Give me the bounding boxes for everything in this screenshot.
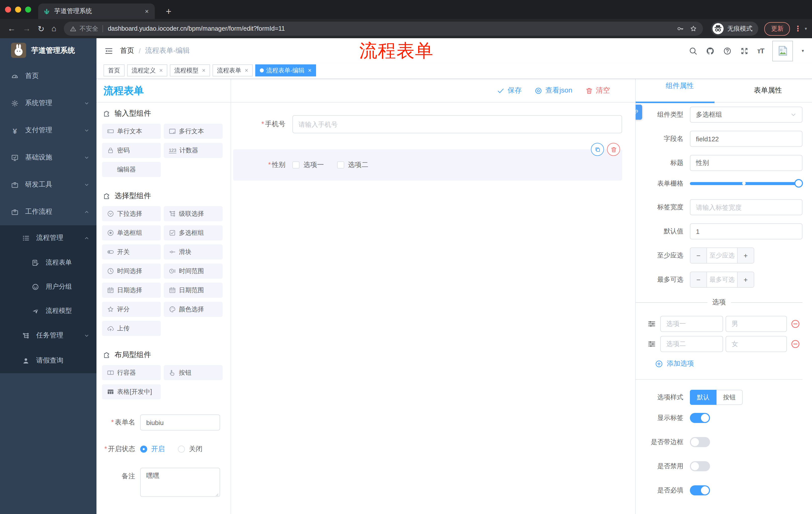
breadcrumb-home[interactable]: 首页 [120,46,134,55]
option-value-input[interactable] [726,336,787,352]
palette-item-switch[interactable]: 开关 [102,244,161,260]
add-option-button[interactable]: 添加选项 [655,359,803,368]
sidebar-item-process-form[interactable]: 流程表单 [0,250,96,275]
palette-item-time-picker[interactable]: 时间选择 [102,264,161,279]
option-value-input[interactable] [726,316,787,332]
stepper-decrease-button[interactable]: − [690,272,707,287]
option-label-input[interactable] [660,316,723,332]
forward-button[interactable]: → [19,24,34,33]
stepper-increase-button[interactable]: + [737,272,754,287]
security-label[interactable]: 不安全 [79,24,98,33]
tab-form-props[interactable]: 表单属性 [724,79,812,102]
palette-item-date-range[interactable]: 日期范围 [164,283,223,298]
sidebar-item-workflow[interactable]: 工作流程 [0,198,96,225]
palette-item-cascader[interactable]: 级联选择 [164,206,223,221]
sidebar-item-payment[interactable]: ¥ 支付管理 [0,117,96,144]
tag-close-icon[interactable]: × [245,67,248,74]
palette-item-editor[interactable]: 编辑器 [102,162,161,177]
stepper-decrease-button[interactable]: − [690,248,707,263]
close-window-button[interactable] [5,6,11,12]
help-icon[interactable] [723,47,732,55]
checkbox-unchecked-icon[interactable] [337,161,344,168]
canvas-field-gender-selected[interactable]: *性别 选项一 选项二 [233,150,622,181]
clear-button[interactable]: 清空 [585,86,610,95]
password-key-icon[interactable] [677,25,684,32]
browser-menu-icon[interactable]: ⋮ [794,24,802,33]
drag-handle-icon[interactable] [647,319,656,328]
home-button[interactable]: ⌂ [48,24,60,33]
tag-close-icon[interactable]: × [159,67,163,74]
palette-item-date-picker[interactable]: 日期选择 [102,283,161,298]
palette-item-color-picker[interactable]: 颜色选择 [164,302,223,317]
stepper-value[interactable]: 至少应选 [707,248,737,263]
show-label-switch[interactable] [690,413,710,423]
default-value-input[interactable] [690,223,803,239]
palette-item-counter[interactable]: 123计数器 [164,143,223,158]
slider-handle[interactable] [794,179,803,188]
view-json-button[interactable]: 查看json [535,86,572,95]
hamburger-icon[interactable] [105,47,113,55]
tag-home[interactable]: 首页 [104,64,125,77]
github-icon[interactable] [706,47,715,55]
disabled-switch[interactable] [690,461,710,471]
palette-item-button[interactable]: 按钮 [164,365,223,380]
back-button[interactable]: ← [4,24,19,33]
sidebar-item-infrastructure[interactable]: 基础设施 [0,144,96,171]
palette-item-password[interactable]: 密码 [102,143,161,158]
sidebar-item-system[interactable]: 系统管理 [0,89,96,117]
toolbar-caret-icon[interactable]: ▾ [805,26,807,31]
tag-process-form-edit[interactable]: 流程表单-编辑× [255,64,316,77]
palette-item-select[interactable]: 下拉选择 [102,206,161,221]
form-grid-slider[interactable] [690,182,799,185]
sidebar-item-leave-query[interactable]: 请假查询 [0,348,96,373]
sidebar-item-task-management[interactable]: 任务管理 [0,323,96,348]
sidebar-item-user-group[interactable]: 用户分组 [0,275,96,299]
tag-process-model[interactable]: 流程模型× [170,64,210,77]
checkbox-unchecked-icon[interactable] [292,161,299,168]
font-size-icon[interactable]: тT [757,47,764,55]
avatar[interactable] [773,40,793,61]
copy-component-button[interactable] [591,143,604,156]
remove-option-button[interactable] [791,319,800,328]
fullscreen-icon[interactable] [740,47,749,55]
remove-option-button[interactable] [791,340,800,349]
palette-item-checkbox-group[interactable]: 多选框组 [164,225,223,240]
minimize-window-button[interactable] [15,6,21,12]
option-label-input[interactable] [660,336,723,352]
update-button[interactable]: 更新 [764,22,790,35]
sidebar-logo[interactable]: 芋道管理系统 [0,38,96,62]
form-name-input[interactable] [140,414,220,431]
resize-handle-icon[interactable] [214,492,219,496]
new-tab-button[interactable]: + [163,4,174,19]
canvas-field-phone[interactable]: *手机号 [233,115,622,133]
palette-item-single-text[interactable]: 单行文本 [102,124,161,139]
tag-close-icon[interactable]: × [202,67,205,74]
border-switch[interactable] [690,437,710,447]
sidebar-item-devtools[interactable]: 研发工具 [0,171,96,198]
browser-tab[interactable]: 芋道管理系统 × [38,3,155,19]
palette-item-time-range[interactable]: 时间范围 [164,264,223,279]
gender-option-1[interactable]: 选项一 [292,160,324,169]
tag-process-definition[interactable]: 流程定义× [127,64,167,77]
palette-item-slider[interactable]: 滑块 [164,244,223,260]
field-name-input[interactable] [690,131,803,147]
form-remark-textarea[interactable]: 嘿嘿 [140,468,220,497]
palette-item-multi-text[interactable]: 多行文本 [164,124,223,139]
bookmark-star-icon[interactable] [690,25,697,32]
palette-item-rate[interactable]: 评分 [102,302,161,317]
required-switch[interactable] [690,485,710,495]
style-button-button[interactable]: 按钮 [717,390,743,405]
status-radio-on[interactable]: 开启 [140,444,165,454]
palette-item-radio-group[interactable]: 单选框组 [102,225,161,240]
label-width-input[interactable] [690,199,803,215]
palette-item-upload[interactable]: 上传 [102,321,161,336]
page-url[interactable]: dashboard.yudao.iocoder.cn/bpm/manager/f… [108,25,671,32]
sidebar-item-home[interactable]: 首页 [0,62,96,89]
save-button[interactable]: 保存 [497,86,522,95]
reload-button[interactable]: ↻ [34,24,48,33]
stepper-increase-button[interactable]: + [737,248,754,263]
style-default-button[interactable]: 默认 [690,390,717,405]
address-bar[interactable]: 不安全 dashboard.yudao.iocoder.cn/bpm/manag… [64,22,703,36]
tag-process-form[interactable]: 流程表单× [212,64,253,77]
drag-handle-icon[interactable] [647,340,656,349]
